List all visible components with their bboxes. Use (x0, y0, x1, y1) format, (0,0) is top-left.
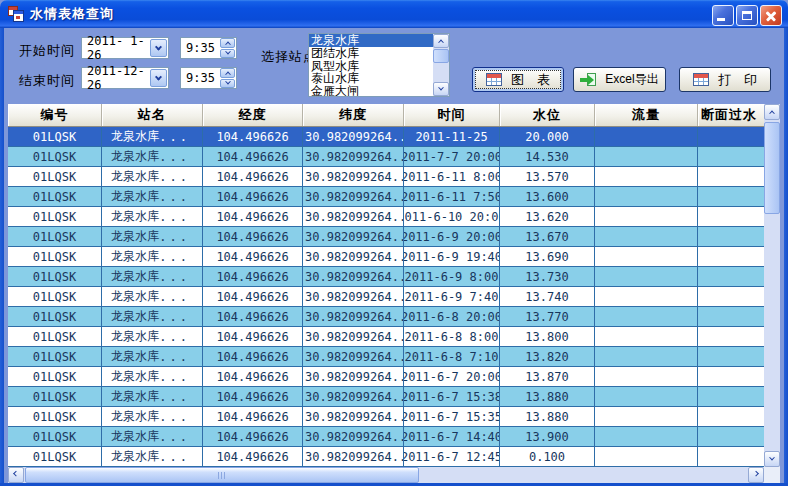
table-grid-icon (486, 73, 502, 86)
cell-id: 01LQSK (8, 127, 102, 147)
table-row[interactable]: 01LQSK 龙泉水库... 104.496626 30.982099264..… (8, 427, 764, 447)
table-row[interactable]: 01LQSK 龙泉水库... 104.496626 30.982099264..… (8, 167, 764, 187)
cell-flow (595, 287, 698, 307)
station-list-scrollbar[interactable] (433, 34, 449, 96)
start-time-spinner[interactable]: 9:35 (180, 37, 237, 59)
maximize-icon (742, 11, 752, 20)
cell-id: 01LQSK (8, 407, 102, 427)
truncation-dots: ... (159, 390, 190, 404)
truncation-dots: ... (159, 350, 190, 364)
station-listbox[interactable]: 龙泉水库 团结水库 凤型水库 泰山水库 金雁大闸 (308, 33, 450, 97)
excel-export-icon (580, 73, 596, 86)
minimize-button[interactable] (712, 5, 734, 26)
table-row[interactable]: 01LQSK 龙泉水库... 104.496626 30.982099264..… (8, 287, 764, 307)
table-row[interactable]: 01LQSK 龙泉水库... 104.496626 30.982099264..… (8, 307, 764, 327)
scroll-thumb[interactable] (764, 122, 780, 214)
table-row[interactable]: 01LQSK 龙泉水库... 104.496626 30.982099264..… (8, 387, 764, 407)
grid-header-cell[interactable]: 水位 (500, 104, 595, 126)
scroll-thumb[interactable] (433, 49, 449, 63)
scroll-thumb[interactable] (25, 467, 419, 483)
print-button-label: 打 印 (718, 71, 757, 89)
end-time-value: 9:35 (181, 71, 220, 85)
chevron-up-icon (769, 111, 775, 117)
table-row[interactable]: 01LQSK 龙泉水库... 104.496626 30.982099264..… (8, 147, 764, 167)
close-button[interactable] (760, 5, 782, 26)
table-row[interactable]: 01LQSK 龙泉水库... 104.496626 30.982099264..… (8, 127, 764, 147)
scroll-up-button[interactable] (433, 34, 449, 48)
start-date-picker[interactable]: 2011- 1-26 (81, 37, 169, 59)
cell-time: 2011-6-7 15:38 (404, 387, 500, 407)
cell-longitude: 104.496626 (203, 167, 303, 187)
station-name: 龙泉水库 (111, 188, 159, 205)
print-button[interactable]: 打 印 (679, 67, 771, 92)
scroll-left-button[interactable] (8, 467, 24, 483)
maximize-button[interactable] (736, 5, 758, 26)
table-row[interactable]: 01LQSK 龙泉水库... 104.496626 30.982099264..… (8, 347, 764, 367)
grid-header-cell[interactable]: 流量 (595, 104, 698, 126)
cell-level: 13.770 (500, 307, 595, 327)
table-grid-icon (693, 73, 709, 86)
cell-flow (595, 227, 698, 247)
cell-level: 13.740 (500, 287, 595, 307)
window-border-left (0, 28, 4, 483)
table-row[interactable]: 01LQSK 龙泉水库... 104.496626 30.982099264..… (8, 407, 764, 427)
chevron-up-icon (225, 71, 231, 77)
cell-station: 龙泉水库... (102, 367, 203, 387)
cell-longitude: 104.496626 (203, 407, 303, 427)
end-time-up-button[interactable] (220, 68, 235, 78)
table-row[interactable]: 01LQSK 龙泉水库... 104.496626 30.982099264..… (8, 227, 764, 247)
cell-id: 01LQSK (8, 207, 102, 227)
truncation-dots: ... (159, 290, 190, 304)
chevron-right-icon (753, 471, 759, 477)
cell-level: 13.800 (500, 327, 595, 347)
chevron-up-icon (225, 41, 231, 47)
vertical-scrollbar[interactable] (764, 104, 780, 467)
cell-time: 2011-6-11 8:00 (404, 167, 500, 187)
grid-header-cell[interactable]: 编号 (8, 104, 102, 126)
start-time-down-button[interactable] (220, 49, 235, 59)
table-row[interactable]: 01LQSK 龙泉水库... 104.496626 30.982099264..… (8, 247, 764, 267)
cell-longitude: 104.496626 (203, 367, 303, 387)
horizontal-scrollbar[interactable] (8, 467, 764, 483)
chart-button[interactable]: 图 表 (472, 67, 564, 92)
table-row[interactable]: 01LQSK 龙泉水库... 104.496626 30.982099264..… (8, 327, 764, 347)
grid-header-cell[interactable]: 站名 (102, 104, 203, 126)
end-date-picker[interactable]: 2011-12-26 (81, 67, 169, 89)
cell-longitude: 104.496626 (203, 267, 303, 287)
cell-time: 2011-6-9 7:40 (404, 287, 500, 307)
cell-level: 13.600 (500, 187, 595, 207)
table-row[interactable]: 01LQSK 龙泉水库... 104.496626 30.982099264..… (8, 367, 764, 387)
end-time-down-button[interactable] (220, 79, 235, 89)
station-list: 龙泉水库 团结水库 凤型水库 泰山水库 金雁大闸 (309, 34, 433, 96)
cell-section (698, 427, 764, 447)
excel-export-button[interactable]: Excel导出 (573, 67, 666, 92)
station-list-item[interactable]: 金雁大闸 (309, 85, 433, 96)
grid-header-cell[interactable]: 断面过水 (698, 104, 764, 126)
scroll-down-button[interactable] (433, 82, 449, 96)
station-list-item[interactable]: 龙泉水库 (309, 34, 433, 47)
scroll-up-button[interactable] (764, 104, 780, 120)
end-time-spinner[interactable]: 9:35 (180, 67, 237, 89)
station-list-item[interactable]: 团结水库 (309, 47, 433, 60)
cell-time: 2011-6-8 7:10 (404, 347, 500, 367)
cell-section (698, 347, 764, 367)
cell-latitude: 30.982099264... (303, 127, 404, 147)
cell-level: 13.690 (500, 247, 595, 267)
grid-header-cell[interactable]: 经度 (203, 104, 303, 126)
table-row[interactable]: 01LQSK 龙泉水库... 104.496626 30.982099264..… (8, 207, 764, 227)
cell-section (698, 367, 764, 387)
station-name: 龙泉水库 (111, 428, 159, 445)
table-row[interactable]: 01LQSK 龙泉水库... 104.496626 30.982099264..… (8, 187, 764, 207)
table-row[interactable]: 01LQSK 龙泉水库... 104.496626 30.982099264..… (8, 267, 764, 287)
end-date-dropdown-button[interactable] (150, 69, 167, 87)
grid-header-cell[interactable]: 纬度 (303, 104, 404, 126)
grid-header-cell[interactable]: 时间 (404, 104, 500, 126)
cell-flow (595, 367, 698, 387)
scroll-down-button[interactable] (764, 451, 780, 467)
titlebar[interactable]: 水情表格查询 (0, 0, 788, 28)
start-date-dropdown-button[interactable] (150, 39, 167, 57)
scroll-right-button[interactable] (748, 467, 764, 483)
start-time-up-button[interactable] (220, 38, 235, 48)
cell-id: 01LQSK (8, 347, 102, 367)
table-row[interactable]: 01LQSK 龙泉水库... 104.496626 30.982099264..… (8, 447, 764, 467)
